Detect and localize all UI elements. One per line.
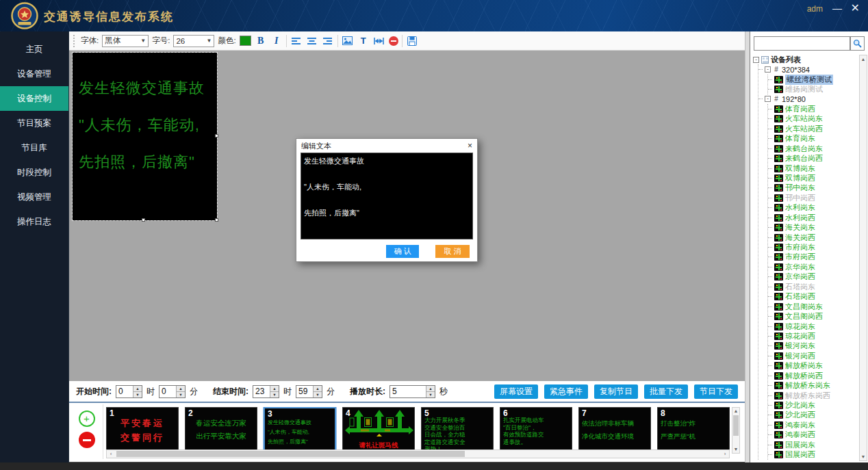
device-item[interactable]: 海关岗西 (768, 233, 858, 242)
sidebar-item-operation-log[interactable]: 操作日志 (0, 209, 68, 234)
device-group[interactable]: -#320*384 (758, 64, 858, 74)
device-item[interactable]: 来鹤台岗西 (768, 153, 858, 163)
minimize-icon[interactable]: — (832, 3, 842, 14)
device-item[interactable]: 体育岗东 (768, 134, 858, 144)
spin-up-icon[interactable]: ▲ (133, 386, 142, 391)
device-item[interactable]: 银河岗西 (768, 351, 858, 361)
font-select[interactable]: 黑体▼ (102, 35, 149, 47)
device-item[interactable]: 琼花岗东 (768, 322, 858, 331)
copy-program-button[interactable]: 复制节目 (594, 384, 638, 399)
device-item[interactable]: 国展岗西 (768, 450, 858, 460)
align-right-icon[interactable] (322, 34, 334, 48)
vertical-scrollbar[interactable]: ▲ ▼ (732, 407, 740, 454)
end-minute-stepper[interactable]: 59 ▲▼ (296, 385, 322, 398)
cancel-button[interactable]: 取 消 (435, 245, 470, 258)
spin-down-icon[interactable]: ▼ (133, 391, 142, 397)
resize-handle-corner[interactable] (215, 218, 218, 222)
device-item[interactable]: 体育岗西 (768, 104, 858, 114)
bold-button[interactable]: B (255, 34, 267, 48)
resize-handle-right[interactable] (215, 134, 218, 138)
scrollbar-thumb[interactable] (733, 415, 739, 436)
playlist-thumb[interactable]: 1平安春运交警同行 (106, 407, 179, 452)
spin-up-icon[interactable]: ▲ (314, 386, 322, 391)
sidebar-item-device-control[interactable]: 设备控制 (0, 86, 68, 111)
scroll-left-icon[interactable]: ‹ (107, 450, 115, 458)
device-item[interactable]: 石塔岗西 (768, 292, 858, 302)
stop-icon[interactable] (389, 36, 398, 46)
device-item[interactable]: 火车站岗西 (768, 124, 858, 133)
scroll-up-icon[interactable]: ▲ (732, 408, 739, 415)
spin-up-icon[interactable]: ▲ (426, 386, 435, 391)
emergency-event-button[interactable]: 紧急事件 (544, 384, 588, 399)
insert-image-icon[interactable] (342, 34, 354, 48)
device-item[interactable]: 维扬岗测试 (768, 84, 858, 94)
device-item[interactable]: 海关岗东 (768, 222, 858, 232)
device-item[interactable]: 市府岗西 (768, 252, 858, 262)
italic-button[interactable]: I (270, 34, 283, 48)
device-item[interactable]: 邗中岗东 (768, 183, 858, 193)
device-item[interactable]: 京华岗西 (768, 272, 858, 282)
start-hour-stepper[interactable]: 0 ▲▼ (116, 385, 142, 398)
device-item[interactable]: 沙北岗西 (768, 410, 858, 420)
search-button[interactable] (850, 36, 865, 51)
tree-collapse-icon[interactable]: - (765, 96, 771, 102)
playlist-thumb[interactable]: 3发生轻微交通事故"人未伤，车能动,先拍照，后撤离" (264, 407, 336, 452)
sidebar-item-program-library[interactable]: 节目库 (0, 135, 68, 160)
device-item[interactable]: 水利岗西 (768, 213, 858, 222)
device-item[interactable]: 沙北岗东 (768, 400, 858, 410)
remove-frame-button[interactable] (79, 432, 95, 448)
device-item[interactable]: 国展岗东 (768, 440, 858, 449)
toolbar-grip[interactable] (73, 35, 76, 47)
dialog-textarea[interactable]: 发生轻微交通事故 "人未伤，车能动, 先拍照，后撤离" (301, 153, 473, 239)
panel-splitter[interactable] (745, 31, 750, 462)
close-icon[interactable]: ✕ (851, 1, 860, 14)
scroll-down-icon[interactable]: ▼ (732, 446, 739, 453)
dialog-close-icon[interactable]: × (468, 141, 472, 151)
device-item[interactable]: 石塔岗东 (768, 282, 858, 291)
device-item[interactable]: 文昌阁岗西 (768, 311, 858, 321)
spin-down-icon[interactable]: ▼ (426, 391, 435, 397)
sidebar-item-program-plan[interactable]: 节目预案 (0, 111, 68, 135)
confirm-button[interactable]: 确 认 (386, 245, 419, 258)
device-item[interactable]: 解放桥东岗西 (768, 391, 858, 400)
horizontal-scrollbar[interactable]: ‹ › (106, 449, 730, 458)
sidebar-item-video-management[interactable]: 视频管理 (0, 185, 68, 209)
scroll-up-icon[interactable]: ▲ (860, 55, 867, 63)
device-item[interactable]: 解放桥东岗东 (768, 380, 858, 390)
dialog-titlebar[interactable]: 编辑文本 × (296, 139, 477, 153)
scrollbar-thumb[interactable] (116, 451, 465, 457)
device-item[interactable]: 银河岗东 (768, 341, 858, 351)
device-item[interactable]: 火车站岗东 (768, 114, 858, 124)
playlist-thumb[interactable]: 7依法治理非标车辆净化城市交通环境 (578, 407, 651, 452)
led-preview-screen[interactable]: 发生轻微交通事故 "人未伤，车能动, 先拍照，后撤离" (73, 53, 217, 220)
device-item[interactable]: 解放桥岗东 (768, 361, 858, 371)
playlist-thumb[interactable]: 8打击整治"炸严查严惩"机 (657, 407, 730, 452)
spin-down-icon[interactable]: ▼ (314, 391, 322, 397)
font-size-select[interactable]: 26▼ (173, 35, 214, 47)
playlist-thumb[interactable]: 5大力开展秋冬季交通安全整治百日会战，全力稳定道路交通安全形势！ (421, 407, 494, 452)
program-send-button[interactable]: 节目下发 (694, 384, 738, 399)
batch-send-button[interactable]: 批量下发 (644, 384, 688, 399)
color-swatch[interactable] (240, 36, 251, 46)
device-item[interactable]: 双博岗西 (768, 173, 858, 183)
tree-scrollbar[interactable]: ▲ ▼ (859, 55, 867, 461)
sidebar-item-period-control[interactable]: 时段控制 (0, 160, 68, 185)
device-group[interactable]: -#192*80 (758, 94, 858, 104)
device-item[interactable]: 文昌阁岗东 (768, 302, 858, 311)
playlist-thumb[interactable]: 2春运安全连万家出行平安靠大家 (185, 407, 257, 452)
sidebar-item-home[interactable]: 主页 (0, 37, 68, 62)
playlist-thumb[interactable]: 4请礼让斑马线 (342, 407, 415, 452)
end-hour-stepper[interactable]: 23 ▲▼ (253, 385, 279, 398)
tree-collapse-icon[interactable]: - (753, 57, 759, 63)
align-center-icon[interactable] (306, 34, 318, 48)
scroll-down-icon[interactable]: ▼ (860, 453, 867, 460)
spin-up-icon[interactable]: ▲ (177, 386, 185, 391)
start-minute-stepper[interactable]: 0 ▲▼ (159, 385, 186, 398)
device-item[interactable]: 鸿泰岗东 (768, 420, 858, 430)
scroll-right-icon[interactable]: › (721, 450, 729, 458)
fit-width-icon[interactable] (373, 34, 385, 48)
device-item[interactable]: 解放桥岗西 (768, 371, 858, 380)
device-item[interactable]: 鸿泰岗西 (768, 430, 858, 440)
insert-text-icon[interactable]: T (357, 34, 370, 48)
device-item[interactable]: 京华岗东 (768, 262, 858, 272)
